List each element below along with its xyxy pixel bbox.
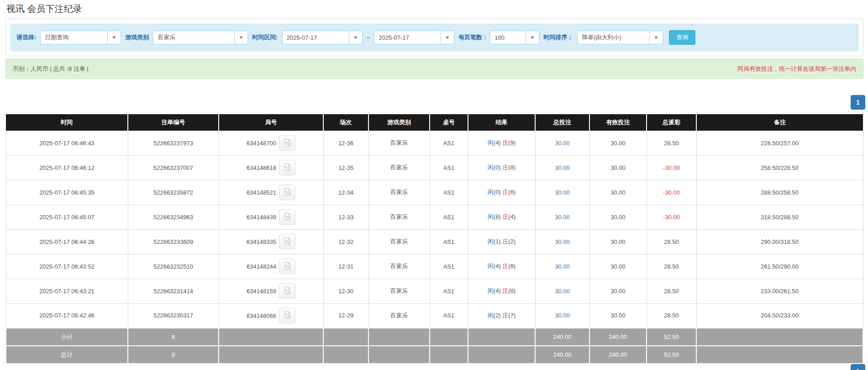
video-replay-button[interactable] [279,135,295,151]
cell-total-bet[interactable]: 30.00 [535,131,589,155]
cell-remark: 204.50/233.00 [696,303,863,328]
game-type-value: 百家乐 [153,31,234,44]
video-icon [283,311,291,320]
cell-session: 12-35 [323,155,368,180]
cell-table-no: AS1 [430,303,468,328]
cell-total-bet[interactable]: 30.00 [535,229,589,254]
total-row-empty-result [468,346,535,364]
total-bet-link[interactable]: 30.00 [555,263,570,270]
caret-down-icon [531,37,534,39]
pagination-page-1-bottom[interactable]: 1 [851,364,865,370]
banker-result-label: 庄 [502,238,508,245]
cell-time: 2025-07-17 06:46:12 [6,155,128,180]
cell-payout: 28.50 [647,279,696,303]
table-header-row: 时间 注单编号 局号 场次 游戏类别 桌号 结果 总投注 有效投注 总派彩 备注 [6,114,863,131]
cell-session: 12-29 [323,303,368,328]
total-row-empty-table [430,346,468,364]
cell-game-type: 百家乐 [368,229,430,254]
cell-round-id: 634148521 [219,180,323,205]
query-button[interactable]: 查询 [669,30,695,45]
total-row-valid-bet: 240.00 [589,346,647,364]
total-bet-link[interactable]: 30.00 [555,312,570,319]
caret-down-icon[interactable] [649,31,663,44]
total-row-empty-round [219,346,323,364]
date-to-select[interactable]: 2025-07-17 [374,31,454,44]
banker-result-label: 庄 [502,189,508,196]
banker-result-label: 庄 [502,263,508,270]
caret-down-icon[interactable] [526,31,539,44]
caret-down-icon [354,37,358,39]
cell-table-no: AS1 [430,229,468,254]
total-bet-link[interactable]: 30.00 [555,288,570,295]
col-time: 时间 [6,114,128,131]
page-size-label: 每页笔数 : [458,33,486,42]
caret-down-icon[interactable] [349,31,363,44]
cell-table-no: AS1 [430,131,468,155]
time-sort-select[interactable]: 降幂(由大到小) [577,31,663,44]
banker-result-score: (7) [508,312,516,319]
total-bet-link[interactable]: 30.00 [555,140,570,147]
banker-result-score: (6) [508,263,516,270]
player-result-label: 闲 [488,312,494,319]
round-id-text: 634148700 [247,140,276,147]
cell-round-id: 634148439 [219,205,323,229]
player-result-score: (4) [494,263,503,270]
subtotal-row-empty-game [368,328,430,346]
total-bet-link[interactable]: 30.00 [555,214,570,221]
cell-table-no: AS1 [430,155,468,180]
cell-result: 闲(0) 庄(8) [468,155,535,180]
cell-session: 12-34 [323,180,368,205]
video-replay-button[interactable] [279,160,295,175]
cell-game-type: 百家乐 [368,155,430,180]
player-result-score: (0) [494,164,503,171]
game-type-label: 游戏类别 [125,33,149,42]
player-result-score: (1) [494,238,503,245]
video-replay-button[interactable] [279,209,295,225]
pagination-page-1[interactable]: 1 [851,95,865,110]
caret-down-icon [654,37,658,39]
cell-result: 闲(4) 庄(9) [468,131,535,155]
total-bet-link[interactable]: 30.00 [555,164,570,171]
pagination-top: 1 [0,95,865,110]
cell-total-bet[interactable]: 30.00 [535,279,589,303]
caret-down-icon[interactable] [234,31,248,44]
video-replay-button[interactable] [279,283,295,299]
cell-valid-bet: 30.00 [589,303,647,328]
col-payout: 总派彩 [647,114,696,131]
cell-table-no: AS1 [430,205,468,229]
date-type-label: 请选择: [16,33,36,42]
caret-down-icon[interactable] [107,31,121,44]
cell-round-id: 634148335 [219,229,323,254]
page-size-select[interactable]: 100 [490,31,539,44]
cell-game-type: 百家乐 [368,131,430,155]
video-replay-button[interactable] [279,234,295,249]
player-result-label: 闲 [488,164,494,171]
cell-total-bet[interactable]: 30.00 [535,303,589,328]
video-replay-button[interactable] [279,185,295,200]
table-row: 2025-07-17 06:42:46522663230317634148066… [6,303,863,328]
player-result-label: 闲 [488,287,494,294]
cell-total-bet[interactable]: 30.00 [535,180,589,205]
col-table-no: 桌号 [430,114,468,131]
col-valid-bet: 有效投注 [589,114,647,131]
cell-table-no: AS1 [430,279,468,303]
player-result-label: 闲 [488,189,494,196]
date-type-select[interactable]: 日期查询 [40,31,121,44]
cell-total-bet[interactable]: 30.00 [535,155,589,180]
time-range-label: 时间区间: [252,33,278,42]
player-result-label: 闲 [488,263,494,270]
video-replay-button[interactable] [279,308,295,323]
col-remark: 备注 [696,114,863,131]
cell-session: 12-30 [323,279,368,303]
caret-down-icon[interactable] [441,31,454,44]
banker-result-score: (8) [508,287,516,294]
total-bet-link[interactable]: 30.00 [555,238,570,245]
cell-total-bet[interactable]: 30.00 [535,254,589,279]
game-type-select[interactable]: 百家乐 [153,31,248,44]
date-from-select[interactable]: 2025-07-17 [282,31,363,44]
cell-bet-id: 522663234963 [128,205,219,229]
video-replay-button[interactable] [279,259,295,274]
cell-remark: 261.50/290.00 [696,254,863,279]
total-bet-link[interactable]: 30.00 [555,189,570,196]
cell-total-bet[interactable]: 30.00 [535,205,589,229]
